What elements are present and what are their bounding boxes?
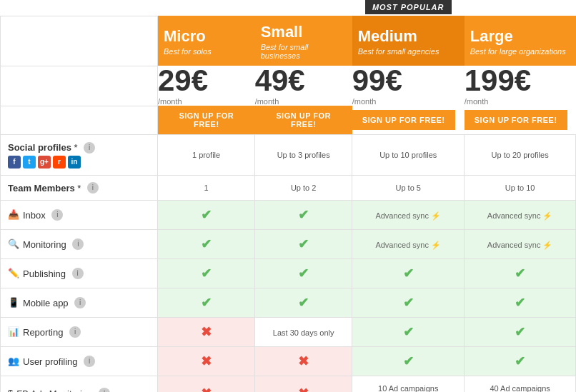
plan-medium: Medium Best for small agencies bbox=[352, 16, 465, 66]
feature-label-team: Team Members * bbox=[8, 183, 81, 194]
feature-label-mobile: Mobile app bbox=[23, 298, 69, 308]
reddit-icon: r bbox=[53, 156, 66, 169]
plan-medium-name: Medium bbox=[358, 27, 459, 46]
feature-row-fb-ads: $FB Ads Monitoring i✖✖10 Ad campaignsper… bbox=[1, 376, 576, 392]
price-medium-currency: € bbox=[385, 64, 402, 97]
info-icon-user-profiling[interactable]: i bbox=[84, 356, 95, 367]
check-icon: ✔ bbox=[515, 354, 525, 368]
signup-micro-button[interactable]: SIGN UP FOR FREE! bbox=[158, 106, 255, 134]
check-icon: ✔ bbox=[403, 354, 414, 368]
feature-row-team: Team Members * i1Up to 2Up to 5Up to 10 bbox=[1, 175, 576, 201]
cross-icon: ✖ bbox=[201, 386, 212, 392]
feature-label-reporting: Reporting bbox=[23, 327, 63, 338]
fb-ads-large-text: 40 Ad campaignsper Ad account ⚡ bbox=[487, 384, 552, 392]
feature-label-user-profiling: User profiling bbox=[23, 356, 78, 367]
feature-value: 1 bbox=[204, 184, 209, 192]
reporting-feature-icon: 📊 bbox=[8, 326, 19, 337]
feature-row-monitoring: 🔍Monitoring i✔✔Advanced sync ⚡Advanced s… bbox=[1, 230, 576, 259]
price-row: 29€ /month 49€ /month 99€ /month 199€ /m… bbox=[1, 66, 576, 106]
fb-ads-feature-icon: $ bbox=[8, 388, 13, 392]
feature-value: Up to 2 bbox=[291, 184, 316, 192]
check-icon: ✔ bbox=[298, 237, 309, 251]
price-micro-period: /month bbox=[158, 97, 255, 106]
check-icon: ✔ bbox=[298, 296, 309, 310]
inbox-feature-icon: 📥 bbox=[8, 209, 19, 220]
price-medium-period: /month bbox=[352, 97, 465, 106]
check-icon: ✔ bbox=[403, 296, 414, 310]
price-small-period: /month bbox=[255, 97, 352, 106]
price-medium: 99€ /month bbox=[352, 66, 465, 106]
googleplus-icon: g+ bbox=[38, 156, 51, 169]
user-profiling-feature-icon: 👥 bbox=[8, 356, 19, 366]
feature-value: Up to 10 bbox=[505, 184, 535, 192]
facebook-icon: f bbox=[8, 156, 21, 169]
most-popular-row: Most Popular bbox=[1, 0, 576, 16]
feature-row-publishing: ✏️Publishing i✔✔✔✔ bbox=[1, 259, 576, 288]
linkedin-icon: in bbox=[68, 156, 81, 169]
cross-icon: ✖ bbox=[298, 386, 309, 392]
check-icon: ✔ bbox=[298, 266, 309, 281]
cross-icon: ✖ bbox=[298, 354, 309, 368]
last30-text: Last 30 days only bbox=[273, 328, 334, 337]
price-large-value: 199 bbox=[465, 64, 515, 97]
signup-medium-button[interactable]: SIGN UP FOR FREE! bbox=[352, 110, 455, 130]
check-icon: ✔ bbox=[201, 208, 212, 222]
feature-label-inbox: Inbox bbox=[23, 210, 46, 221]
feature-label-monitoring: Monitoring bbox=[23, 239, 66, 250]
check-icon: ✔ bbox=[403, 325, 414, 339]
price-large-period: /month bbox=[465, 97, 576, 106]
check-icon: ✔ bbox=[201, 237, 212, 251]
feature-label-social: Social profiles * bbox=[8, 142, 78, 153]
info-icon-mobile[interactable]: i bbox=[74, 297, 86, 308]
price-small: 49€ /month bbox=[255, 66, 352, 106]
twitter-icon: t bbox=[23, 156, 36, 169]
check-icon: ✔ bbox=[515, 296, 525, 310]
feature-row-mobile: 📱Mobile app i✔✔✔✔ bbox=[1, 288, 576, 318]
feature-value: Up to 10 profiles bbox=[379, 151, 437, 159]
feature-label-fb-ads: FB Ads Monitoring bbox=[16, 388, 92, 392]
price-micro-currency: € bbox=[192, 64, 208, 97]
advanced-sync-text: Advanced sync ⚡ bbox=[375, 211, 441, 220]
feature-row-social: Social profiles * i f t g+ r in 1 profil… bbox=[1, 135, 576, 176]
info-icon-team[interactable]: i bbox=[87, 182, 99, 194]
advanced-sync-text: Advanced sync ⚡ bbox=[487, 241, 553, 249]
info-icon-fb-ads[interactable]: i bbox=[99, 388, 110, 392]
advanced-sync-text: Advanced sync ⚡ bbox=[375, 241, 441, 249]
check-icon: ✔ bbox=[201, 266, 212, 281]
fb-ads-medium-text: 10 Ad campaignsper Ad account ⚡ bbox=[376, 384, 440, 392]
signup-small-button[interactable]: SIGN UP FOR FREE! bbox=[255, 106, 352, 134]
plan-small: Small Best for small businesses bbox=[255, 16, 352, 66]
info-icon-monitoring[interactable]: i bbox=[72, 238, 84, 250]
signup-large-button[interactable]: SIGN UP FOR FREE! bbox=[465, 110, 567, 130]
info-icon-reporting[interactable]: i bbox=[69, 326, 81, 338]
check-icon: ✔ bbox=[515, 266, 525, 281]
price-large: 199€ /month bbox=[465, 66, 576, 106]
price-micro: 29€ /month bbox=[158, 66, 255, 106]
plan-medium-sub: Best for small agencies bbox=[358, 47, 459, 56]
mobile-feature-icon: 📱 bbox=[8, 297, 19, 308]
feature-label-publishing: Publishing bbox=[23, 268, 66, 279]
feature-row-user-profiling: 👥User profiling i✖✖✔✔ bbox=[1, 347, 576, 376]
cross-icon: ✖ bbox=[201, 354, 212, 368]
info-icon-inbox[interactable]: i bbox=[51, 209, 63, 221]
info-icon-publishing[interactable]: i bbox=[72, 268, 84, 279]
feature-row-reporting: 📊Reporting i✖Last 30 days only✔✔ bbox=[1, 318, 576, 347]
price-micro-value: 29 bbox=[158, 64, 192, 97]
publishing-feature-icon: ✏️ bbox=[8, 268, 19, 278]
advanced-sync-text: Advanced sync ⚡ bbox=[487, 211, 553, 220]
feature-value: Up to 20 profiles bbox=[492, 151, 549, 159]
price-small-currency: € bbox=[288, 64, 304, 97]
info-icon-social[interactable]: i bbox=[84, 142, 95, 154]
plan-header-row: Micro Best for solos Small Best for smal… bbox=[1, 16, 576, 66]
plan-small-name: Small bbox=[261, 23, 347, 41]
check-icon: ✔ bbox=[201, 296, 212, 310]
plan-large-name: Large bbox=[470, 27, 570, 46]
plan-large: Large Best for large organizations bbox=[465, 16, 576, 66]
feature-value: Up to 5 bbox=[395, 184, 420, 192]
price-large-currency: € bbox=[515, 64, 531, 97]
plan-micro-sub: Best for solos bbox=[164, 47, 249, 56]
most-popular-badge: Most Popular bbox=[365, 0, 452, 14]
check-icon: ✔ bbox=[515, 325, 525, 339]
feature-value: 1 profile bbox=[192, 151, 220, 159]
monitoring-feature-icon: 🔍 bbox=[8, 238, 19, 249]
